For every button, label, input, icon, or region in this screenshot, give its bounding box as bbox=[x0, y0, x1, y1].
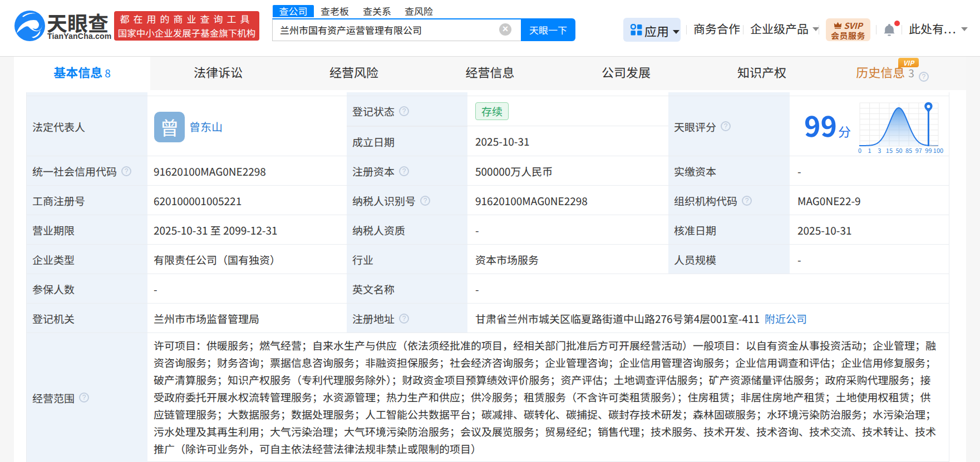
svg-text:85: 85 bbox=[905, 146, 912, 155]
svg-text:50: 50 bbox=[895, 146, 902, 155]
svg-text:100: 100 bbox=[933, 146, 943, 155]
svg-text:15: 15 bbox=[886, 146, 893, 155]
svg-text:97: 97 bbox=[915, 146, 922, 155]
svg-text:3: 3 bbox=[878, 146, 881, 155]
svg-text:99: 99 bbox=[925, 146, 932, 155]
svg-text:1: 1 bbox=[868, 146, 871, 155]
svg-text:0: 0 bbox=[858, 146, 861, 155]
